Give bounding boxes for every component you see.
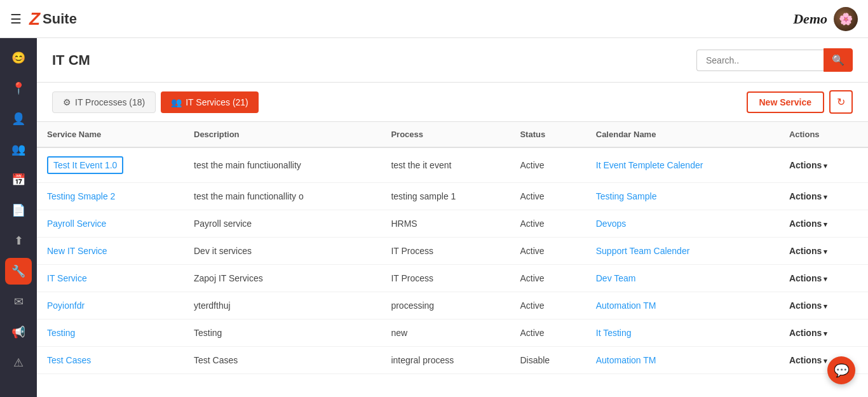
- col-header-service-name: Service Name: [37, 122, 184, 147]
- sidebar-item-person[interactable]: 👤: [5, 105, 32, 132]
- cell-status: Active: [510, 265, 585, 292]
- cell-actions: Actions: [779, 147, 868, 183]
- chat-bubble[interactable]: 💬: [827, 356, 855, 384]
- cell-actions: Actions: [779, 265, 868, 292]
- table-row: Payroll ServicePayroll serviceHRMSActive…: [37, 210, 868, 238]
- cell-description: test the main functionallity o: [184, 183, 381, 210]
- service-name-link[interactable]: IT Service: [47, 273, 87, 283]
- group-icon: 👥: [171, 97, 182, 107]
- cell-calendar-name: It Testing: [586, 320, 779, 347]
- actions-button[interactable]: Actions: [789, 300, 827, 311]
- cell-description: Payroll service: [184, 210, 381, 238]
- calendar-name-link[interactable]: It Event Templete Calender: [596, 160, 703, 170]
- calendar-name-link[interactable]: Automation TM: [596, 355, 656, 365]
- table-row: New IT ServiceDev it servicesIT ProcessA…: [37, 238, 868, 265]
- cell-process: test the it event: [381, 147, 510, 183]
- cell-process: new: [381, 320, 510, 347]
- service-name-link[interactable]: Poyionfdr: [47, 300, 85, 311]
- actions-button[interactable]: Actions: [789, 160, 827, 170]
- cell-calendar-name: It Event Templete Calender: [586, 147, 779, 183]
- cell-description: test the main functiuonallity: [184, 147, 381, 183]
- tabs-left: ⚙ IT Processes (18) 👥 IT Services (21): [52, 91, 259, 113]
- actions-button[interactable]: Actions: [789, 219, 827, 229]
- sidebar-item-upload[interactable]: ⬆: [5, 227, 32, 254]
- service-name-link[interactable]: Test Cases: [47, 355, 91, 365]
- cell-calendar-name: Testing Sample: [586, 183, 779, 210]
- cell-status: Active: [510, 320, 585, 347]
- hamburger-menu[interactable]: ☰: [10, 11, 22, 27]
- cell-calendar-name: Automation TM: [586, 347, 779, 374]
- calendar-name-link[interactable]: Dev Team: [596, 273, 636, 283]
- cell-calendar-name: Devops: [586, 210, 779, 238]
- actions-button[interactable]: Actions: [789, 355, 827, 365]
- cell-actions: Actions: [779, 183, 868, 210]
- tab-it-services[interactable]: 👥 IT Services (21): [161, 91, 259, 113]
- col-header-status: Status: [510, 122, 585, 147]
- actions-button[interactable]: Actions: [789, 273, 827, 283]
- sidebar-item-mail[interactable]: ✉: [5, 288, 32, 315]
- table-row: Test CasesTest Casesintegral processDisa…: [37, 347, 868, 374]
- search-button[interactable]: 🔍: [824, 48, 853, 72]
- col-header-calendar-name: Calendar Name: [586, 122, 779, 147]
- actions-button[interactable]: Actions: [789, 328, 827, 338]
- chat-icon: 💬: [834, 363, 850, 378]
- service-name-link[interactable]: Payroll Service: [47, 219, 106, 229]
- col-header-process: Process: [381, 122, 510, 147]
- sidebar-item-group[interactable]: 👥: [5, 136, 32, 163]
- calendar-name-link[interactable]: Testing Sample: [596, 191, 657, 201]
- cell-calendar-name: Support Team Calender: [586, 238, 779, 265]
- tabs-bar: ⚙ IT Processes (18) 👥 IT Services (21) N…: [37, 83, 868, 122]
- sidebar-item-calendar[interactable]: 📅: [5, 166, 32, 193]
- sidebar-item-location[interactable]: 📍: [5, 75, 32, 102]
- tab-it-services-label: IT Services (21): [186, 97, 248, 107]
- calendar-name-link[interactable]: It Testing: [596, 328, 632, 338]
- sidebar-item-tools[interactable]: 🔧: [5, 258, 32, 285]
- service-name-link[interactable]: Test It Event 1.0: [47, 156, 123, 174]
- col-header-description: Description: [184, 122, 381, 147]
- calendar-name-link[interactable]: Support Team Calender: [596, 246, 690, 256]
- service-name-link[interactable]: Testing: [47, 328, 75, 338]
- table-row: IT ServiceZapoj IT ServicesIT ProcessAct…: [37, 265, 868, 292]
- cell-service-name: Testing: [37, 320, 184, 347]
- new-service-button[interactable]: New Service: [747, 91, 825, 113]
- cell-actions: Actions: [779, 320, 868, 347]
- actions-button[interactable]: Actions: [789, 246, 827, 256]
- table-header-row: Service Name Description Process Status …: [37, 122, 868, 147]
- table-row: Testing Smaple 2test the main functional…: [37, 183, 868, 210]
- service-name-link[interactable]: New IT Service: [47, 246, 107, 256]
- topnav-right: Demo 🌸: [793, 7, 858, 31]
- cell-service-name: Payroll Service: [37, 210, 184, 238]
- refresh-button[interactable]: ↻: [829, 90, 853, 114]
- cell-process: IT Process: [381, 238, 510, 265]
- main-layout: 😊 📍 👤 👥 📅 📄 ⬆ 🔧 ✉ 📢 ⚠ IT CM 🔍 ⚙ IT Proce…: [0, 38, 868, 397]
- table-row: TestingTestingnewActiveIt TestingActions: [37, 320, 868, 347]
- avatar[interactable]: 🌸: [834, 7, 858, 31]
- sidebar-item-face[interactable]: 😊: [5, 44, 32, 71]
- tabs-right: New Service ↻: [747, 90, 853, 114]
- cell-status: Active: [510, 238, 585, 265]
- cell-status: Active: [510, 292, 585, 320]
- page-title: IT CM: [52, 52, 90, 69]
- logo-z-letter: Z: [29, 9, 40, 29]
- cell-service-name: Poyionfdr: [37, 292, 184, 320]
- cell-process: HRMS: [381, 210, 510, 238]
- tab-it-processes[interactable]: ⚙ IT Processes (18): [52, 91, 156, 113]
- sidebar-item-megaphone[interactable]: 📢: [5, 319, 32, 346]
- calendar-name-link[interactable]: Devops: [596, 219, 626, 229]
- cell-calendar-name: Dev Team: [586, 265, 779, 292]
- cell-status: Active: [510, 210, 585, 238]
- page-header: IT CM 🔍: [37, 38, 868, 83]
- sidebar-item-document[interactable]: 📄: [5, 197, 32, 224]
- cell-process: testing sample 1: [381, 183, 510, 210]
- cell-service-name: Test Cases: [37, 347, 184, 374]
- search-input[interactable]: [696, 50, 824, 71]
- app-name: Suite: [43, 11, 77, 27]
- cell-description: yterdfthuj: [184, 292, 381, 320]
- actions-button[interactable]: Actions: [789, 191, 827, 201]
- topnav: ☰ Z Suite Demo 🌸: [0, 0, 868, 38]
- cell-status: Active: [510, 183, 585, 210]
- sidebar-item-warning[interactable]: ⚠: [5, 349, 32, 376]
- cell-status: Active: [510, 147, 585, 183]
- service-name-link[interactable]: Testing Smaple 2: [47, 191, 115, 201]
- calendar-name-link[interactable]: Automation TM: [596, 300, 656, 311]
